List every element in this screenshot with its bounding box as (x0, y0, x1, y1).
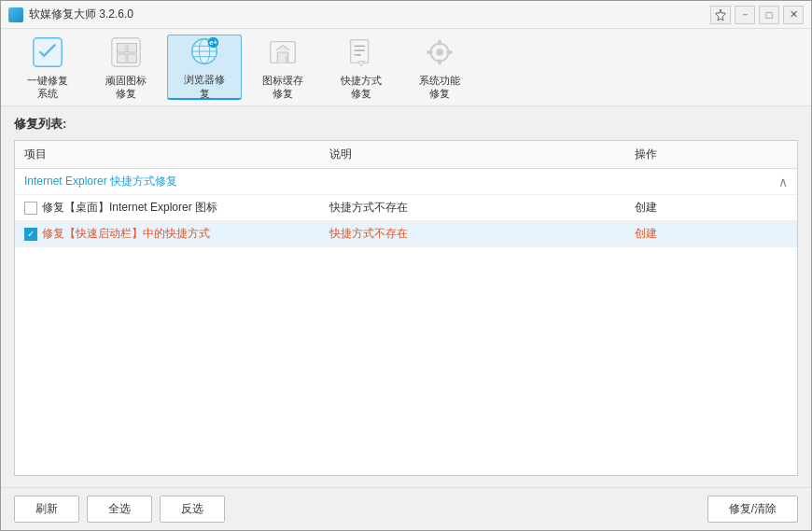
row2-description: 快捷方式不存在 (329, 226, 408, 242)
pin-button[interactable] (710, 6, 731, 24)
toolbar-browser-repair[interactable]: e+ 浏览器修复 (167, 35, 242, 100)
stubborn-icon-label: 顽固图标修复 (105, 74, 147, 101)
maximize-button[interactable]: □ (759, 6, 779, 24)
row2-action-button[interactable]: 创建 (635, 226, 657, 242)
browser-repair-icon: e+ (186, 34, 223, 69)
svg-rect-21 (438, 59, 441, 64)
table-header: 项目 说明 操作 (15, 141, 797, 169)
svg-rect-5 (128, 54, 137, 63)
one-key-repair-label: 一键修复系统 (27, 74, 68, 101)
title-bar-controls: － □ ✕ (710, 6, 804, 24)
header-action: 操作 (635, 147, 788, 162)
toolbar-stubborn-icon[interactable]: 顽固图标修复 (89, 35, 163, 100)
system-func-repair-icon (421, 35, 458, 70)
ie-group-title: Internet Explorer 快捷方式修复 (24, 174, 177, 189)
group-toggle-icon[interactable]: ∧ (778, 175, 788, 189)
svg-rect-4 (118, 54, 127, 63)
row1-label: 修复【桌面】Internet Explorer 图标 (42, 200, 217, 216)
svg-point-19 (436, 49, 443, 56)
bottom-bar: 刷新 全选 反选 修复/清除 (1, 487, 811, 530)
refresh-button[interactable]: 刷新 (14, 496, 79, 523)
system-func-label: 系统功能修复 (419, 74, 460, 101)
row2-action-cell: 创建 (635, 226, 788, 242)
app-title: 软媒修复大师 3.2.6.0 (29, 7, 133, 22)
row1-item-cell: 修复【桌面】Internet Explorer 图标 (24, 200, 329, 216)
icon-cache-label: 图标缓存修复 (262, 74, 303, 101)
title-bar: 软媒修复大师 3.2.6.0 － □ ✕ (1, 1, 811, 29)
svg-rect-22 (427, 50, 433, 54)
select-all-button[interactable]: 全选 (87, 496, 152, 523)
minimize-button[interactable]: － (735, 6, 755, 24)
title-bar-left: 软媒修复大师 3.2.6.0 (8, 7, 133, 22)
toolbar-shortcut-repair[interactable]: 快捷方式修复 (324, 35, 399, 100)
main-content: 修复列表: 项目 说明 操作 Internet Explorer 快捷方式修复 … (1, 106, 811, 487)
row1-description-cell: 快捷方式不存在 (329, 200, 635, 216)
toolbar-system-func[interactable]: 系统功能修复 (402, 35, 477, 100)
row1-description: 快捷方式不存在 (329, 200, 408, 216)
svg-rect-23 (447, 50, 453, 54)
shortcut-repair-label: 快捷方式修复 (341, 74, 382, 101)
row2-label: 修复【快速启动栏】中的快捷方式 (42, 226, 210, 242)
stubborn-icon-repair-icon (107, 35, 145, 70)
row1-checkbox[interactable] (24, 202, 37, 215)
row2-description-cell: 快捷方式不存在 (329, 226, 635, 242)
toolbar-icon-cache[interactable]: 图标缓存修复 (245, 35, 320, 100)
app-window: 软媒修复大师 3.2.6.0 － □ ✕ 一键修复系统 (0, 0, 812, 531)
header-item: 项目 (24, 147, 329, 162)
row1-action-button[interactable]: 创建 (635, 200, 657, 216)
row1-action-cell: 创建 (635, 200, 788, 216)
svg-text:e+: e+ (209, 39, 217, 48)
close-button[interactable]: ✕ (783, 6, 804, 24)
app-icon (8, 7, 23, 22)
svg-rect-20 (438, 39, 441, 45)
svg-rect-3 (128, 43, 137, 52)
header-description: 说明 (329, 147, 635, 162)
repair-clean-button[interactable]: 修复/清除 (707, 496, 798, 523)
repair-table: 项目 说明 操作 Internet Explorer 快捷方式修复 ∧ 修复【桌… (14, 140, 798, 476)
shortcut-repair-icon (343, 35, 380, 70)
row2-item-cell: 修复【快速启动栏】中的快捷方式 (24, 226, 329, 242)
row2-checkbox[interactable] (24, 228, 37, 241)
toolbar-one-key-repair[interactable]: 一键修复系统 (10, 35, 85, 100)
svg-rect-2 (118, 43, 127, 52)
section-title: 修复列表: (14, 116, 798, 133)
icon-cache-repair-icon (264, 35, 301, 70)
svg-rect-14 (351, 39, 369, 63)
bottom-left-buttons: 刷新 全选 反选 (14, 496, 225, 523)
table-row: 修复【桌面】Internet Explorer 图标 快捷方式不存在 创建 (15, 195, 797, 221)
one-key-repair-icon (29, 35, 66, 70)
table-row: 修复【快速启动栏】中的快捷方式 快捷方式不存在 创建 (15, 221, 797, 247)
toolbar: 一键修复系统 顽固图标修复 (1, 29, 811, 106)
browser-repair-label: 浏览器修复 (184, 73, 225, 100)
ie-shortcut-group: Internet Explorer 快捷方式修复 ∧ (15, 169, 797, 195)
invert-button[interactable]: 反选 (160, 496, 225, 523)
bottom-right-buttons: 修复/清除 (707, 496, 798, 523)
